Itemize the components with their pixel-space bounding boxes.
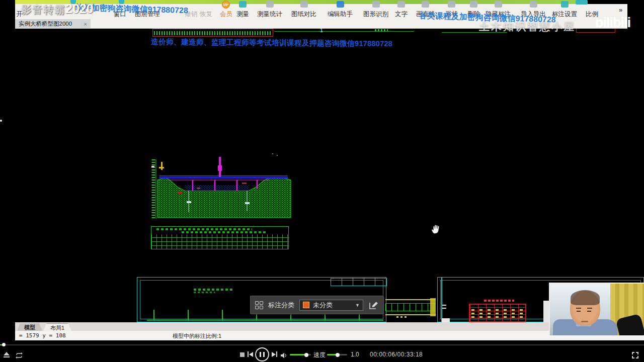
detach-icon[interactable] <box>4 352 10 357</box>
edit-assistant-icon <box>337 1 344 8</box>
fullscreen-icon[interactable] <box>632 352 638 358</box>
speed-value: 1.0 <box>351 351 359 358</box>
toolbar-item-measure-stats[interactable]: 测量统计 <box>257 10 282 19</box>
girder-dimension-dashes <box>396 316 408 318</box>
annotation-classify-panel: 标注分类 未分类 ▼ <box>250 296 384 314</box>
toolbar-item-redo[interactable]: 恢复 <box>200 10 212 19</box>
red-table-title <box>484 300 514 302</box>
previous-button[interactable] <box>248 351 253 357</box>
small-white-block <box>442 318 450 322</box>
seek-thumb[interactable] <box>2 343 6 346</box>
vip-icon: VIP <box>222 1 230 9</box>
loop-icon[interactable] <box>15 351 23 360</box>
measure-stats-icon <box>266 1 274 8</box>
girder-white-marks <box>442 305 446 306</box>
video-player-bar: 速度 1.0 00:00:06/00:33:18 <box>0 342 644 362</box>
frame-text-dashes <box>194 292 215 293</box>
tab-close-icon[interactable]: × <box>84 21 87 27</box>
girder-end-cap <box>430 298 436 316</box>
frame-ground-line <box>147 320 383 321</box>
top-drawing-line <box>274 31 414 32</box>
stop-button[interactable] <box>240 352 245 357</box>
title-block <box>331 278 387 286</box>
toolbar-item-vip[interactable]: VIP 会员 <box>220 10 232 19</box>
toolbar-item-measure[interactable]: 测量 <box>236 10 249 19</box>
classify-panel-label: 标注分类 <box>268 301 294 310</box>
stray-dot <box>0 120 2 122</box>
cursor-coordinates: = 1579 y = 108 <box>19 332 66 339</box>
chevron-down-icon[interactable]: ▼ <box>355 303 360 308</box>
vip-tag-icon <box>576 0 588 5</box>
bridge-elevation-drawing <box>148 152 292 222</box>
category-color-swatch <box>303 302 309 308</box>
annotation-settings-icon <box>561 1 569 8</box>
frame-divider <box>437 277 438 322</box>
pan-hand-cursor <box>431 224 441 236</box>
delete-icon <box>470 1 477 8</box>
top-drawing-fragment <box>152 29 273 37</box>
category-selected-value: 未分类 <box>313 301 333 310</box>
text-icon <box>397 1 405 8</box>
frame-text-dashes <box>194 289 233 291</box>
hide-annotations-icon <box>495 1 502 8</box>
girder-drawing <box>385 299 436 315</box>
presenter-webcam <box>549 283 644 335</box>
tab-layout1[interactable]: 布局1 <box>43 323 71 331</box>
red-data-table <box>469 304 526 323</box>
channel-watermark: 土木知识智慧小屋 <box>479 20 576 34</box>
speed-label: 速度 <box>313 351 326 359</box>
top-drawing-dashes <box>375 29 388 31</box>
speed-slider[interactable] <box>327 354 347 355</box>
shape-icon <box>448 1 455 8</box>
frame-divider <box>441 277 442 322</box>
station-elevation-table <box>151 226 289 249</box>
pencil-icon <box>368 300 378 310</box>
toolbar-item-drawing-compare[interactable]: 图纸对比 <box>291 10 316 19</box>
document-tab-title: 实例大桥桥型图2000 <box>19 20 72 28</box>
toolbar-item-edit-assistant[interactable]: 编辑助手 <box>328 10 353 19</box>
screen-recorder-watermark: 影音转霸2020 <box>21 2 94 17</box>
volume-icon[interactable] <box>281 351 287 360</box>
presenter-hair <box>571 290 600 305</box>
bilibili-logo: bilibili <box>595 15 630 31</box>
toolbar-item-shape-recognition[interactable]: 图形识别 <box>363 10 388 19</box>
volume-slider[interactable] <box>290 354 311 355</box>
category-dropdown[interactable]: 未分类 ▼ <box>299 300 363 311</box>
time-display: 00:00:06/00:33:18 <box>370 351 423 358</box>
toolbar-overflow-button[interactable]: » <box>619 6 622 14</box>
drawing-compare-icon <box>300 1 308 8</box>
pause-button[interactable] <box>255 347 269 361</box>
edit-categories-button[interactable] <box>368 300 379 311</box>
next-button[interactable] <box>272 351 277 357</box>
category-grid-icon[interactable] <box>255 301 263 309</box>
import-export-icon <box>530 1 537 8</box>
shape-recognition-icon <box>372 1 380 8</box>
document-tab-strip: 实例大桥桥型图2000 × <box>15 19 91 29</box>
measure-icon <box>239 1 247 8</box>
toolbar-item-text[interactable]: 文字 <box>395 10 408 19</box>
seek-bar[interactable] <box>0 344 644 345</box>
video-frame: 1 <box>0 0 644 362</box>
tab-model[interactable]: 模型 <box>17 323 42 331</box>
document-tab[interactable]: 实例大桥桥型图2000 × <box>15 19 91 29</box>
annotation-scale-note: 模型中的标注比例:1 <box>173 332 221 340</box>
draw-line-icon <box>422 1 429 8</box>
